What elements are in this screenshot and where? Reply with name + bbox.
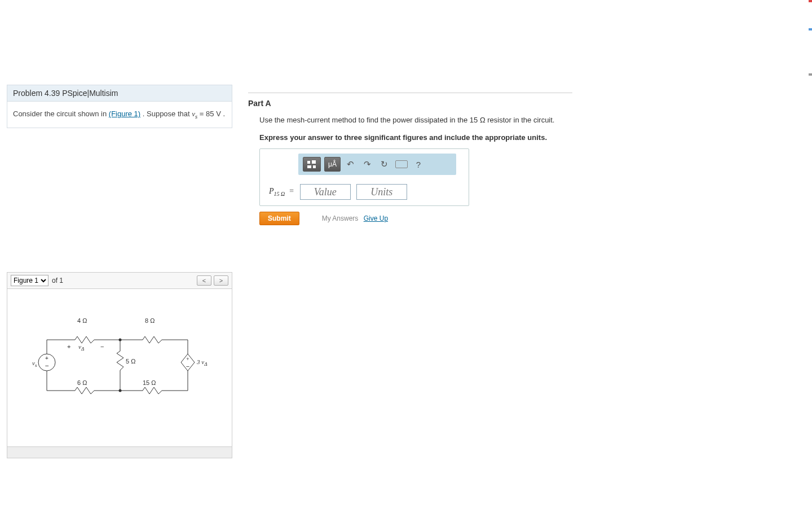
scrollbar-marks xyxy=(809,0,812,508)
vdelta-plus: + xyxy=(67,343,70,350)
svg-rect-22 xyxy=(307,161,310,164)
give-up-link[interactable]: Give Up xyxy=(364,214,388,222)
problem-statement: Consider the circuit shown in (Figure 1)… xyxy=(7,101,232,128)
figure-body: + − + − xyxy=(7,289,232,447)
svg-text:+: + xyxy=(186,356,189,362)
templates-icon xyxy=(307,160,317,169)
units-button[interactable]: μÅ xyxy=(324,157,341,172)
scroll-mark xyxy=(809,73,812,76)
circuit-diagram: + − + − xyxy=(36,323,216,419)
keyboard-icon xyxy=(395,160,408,168)
dep-label: 3 vΔ xyxy=(197,358,208,367)
r6-label: 6 Ω xyxy=(77,379,87,386)
figure-link[interactable]: (Figure 1) xyxy=(109,110,140,118)
reset-button[interactable]: ↻ xyxy=(378,157,391,172)
prompt-prefix: Consider the circuit shown in xyxy=(13,110,109,118)
figure-of-text: of 1 xyxy=(52,277,63,284)
r15-label: 15 Ω xyxy=(143,379,156,386)
submit-button[interactable]: Submit xyxy=(259,212,299,225)
vdelta-label: vΔ xyxy=(78,343,84,352)
answer-box: μÅ ↶ ↷ ↻ ? P15 Ω = xyxy=(259,148,469,206)
answer-variable: P15 Ω = xyxy=(269,187,294,197)
answer-toolbar: μÅ ↶ ↷ ↻ ? xyxy=(298,154,456,175)
svg-text:−: − xyxy=(45,362,48,370)
svg-text:+: + xyxy=(45,355,48,361)
templates-button[interactable] xyxy=(303,157,321,172)
keyboard-button[interactable] xyxy=(395,157,408,172)
figure-prev-button[interactable]: < xyxy=(197,275,211,286)
problem-title: Problem 4.39 PSpice|Multisim xyxy=(7,85,232,102)
redo-button[interactable]: ↷ xyxy=(361,157,374,172)
vs-label: vs xyxy=(32,360,37,368)
instruction-text: Express your answer to three significant… xyxy=(259,133,586,142)
part-label: Part A xyxy=(248,99,586,108)
r8-label: 8 Ω xyxy=(145,317,155,324)
divider xyxy=(248,93,572,93)
figure-select[interactable]: Figure 1 xyxy=(11,275,48,286)
vdelta-minus: − xyxy=(100,343,104,350)
svg-point-21 xyxy=(119,389,122,392)
value-input[interactable] xyxy=(300,184,351,200)
my-answers-text: My Answers xyxy=(322,214,359,222)
question-text: Use the mesh-current method to find the … xyxy=(259,116,586,124)
aux-links: My Answers Give Up xyxy=(322,214,388,222)
given-eq: = 85 V . xyxy=(197,110,225,118)
svg-rect-23 xyxy=(312,160,316,164)
help-button[interactable]: ? xyxy=(412,157,425,172)
scroll-mark xyxy=(809,0,812,2)
r4-label: 4 Ω xyxy=(77,317,87,324)
prompt-suffix: . Suppose that xyxy=(140,110,192,118)
svg-text:−: − xyxy=(186,363,189,370)
scroll-mark xyxy=(809,28,812,30)
figure-header: Figure 1 of 1 < > xyxy=(7,272,232,289)
svg-point-20 xyxy=(119,338,122,341)
svg-rect-24 xyxy=(307,165,311,168)
figure-next-button[interactable]: > xyxy=(214,275,228,286)
undo-button[interactable]: ↶ xyxy=(344,157,358,172)
figure-footer xyxy=(7,447,232,458)
r5-label: 5 Ω xyxy=(126,358,135,365)
svg-rect-25 xyxy=(313,165,316,168)
units-input[interactable] xyxy=(356,184,407,200)
